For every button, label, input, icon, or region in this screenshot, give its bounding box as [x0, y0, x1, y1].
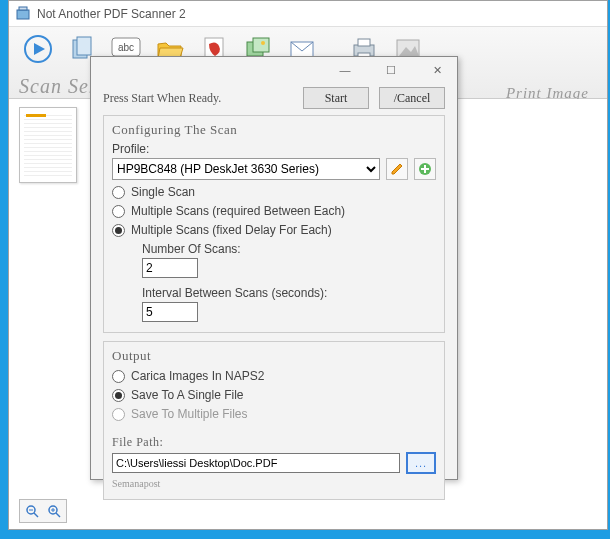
output-group: Output Carica Images In NAPS2 Save To A … — [103, 341, 445, 500]
svg-line-19 — [34, 513, 38, 517]
profile-label: Profile: — [112, 142, 436, 156]
zoom-out-button[interactable] — [22, 502, 42, 520]
scan-button[interactable] — [17, 31, 59, 65]
add-profile-button[interactable] — [414, 158, 436, 180]
save-multi-radio[interactable]: Save To Multiple Files — [112, 407, 436, 421]
svg-rect-0 — [17, 10, 29, 19]
radio-icon — [112, 408, 125, 421]
svg-rect-1 — [19, 7, 27, 10]
svg-marker-3 — [34, 43, 45, 55]
page-thumbnail[interactable] — [19, 107, 77, 183]
instruction-text: Press Start When Ready. — [103, 91, 293, 106]
multi-fixed-label: Multiple Scans (fixed Delay For Each) — [131, 223, 332, 237]
carica-radio[interactable]: Carica Images In NAPS2 — [112, 369, 436, 383]
svg-rect-14 — [358, 39, 370, 46]
radio-icon — [112, 370, 125, 383]
zoom-in-button[interactable] — [44, 502, 64, 520]
svg-rect-10 — [253, 38, 269, 52]
serial-scan-dialog: — ☐ ✕ Press Start When Ready. Start /Can… — [90, 56, 458, 480]
radio-icon — [112, 186, 125, 199]
save-single-radio[interactable]: Save To A Single File — [112, 388, 436, 402]
interval-input[interactable] — [142, 302, 198, 322]
radio-icon — [112, 389, 125, 402]
radio-icon — [112, 205, 125, 218]
num-scans-label: Number Of Scans: — [142, 242, 436, 256]
maximize-button[interactable]: ☐ — [377, 61, 405, 79]
multi-required-radio[interactable]: Multiple Scans (required Between Each) — [112, 204, 436, 218]
multi-fixed-radio[interactable]: Multiple Scans (fixed Delay For Each) — [112, 223, 436, 237]
app-icon — [15, 6, 31, 22]
interval-label: Interval Between Scans (seconds): — [142, 286, 436, 300]
footnote: Semanapost — [112, 478, 436, 489]
radio-icon — [112, 224, 125, 237]
edit-profile-button[interactable] — [386, 158, 408, 180]
save-multi-label: Save To Multiple Files — [131, 407, 248, 421]
svg-line-22 — [56, 513, 60, 517]
file-path-label: File Path: — [112, 435, 163, 449]
titlebar: Not Another PDF Scanner 2 — [9, 1, 607, 27]
minimize-button[interactable]: — — [331, 61, 359, 79]
cancel-button[interactable]: /Cancel — [379, 87, 445, 109]
close-button[interactable]: ✕ — [423, 61, 451, 79]
svg-text:abc: abc — [118, 42, 134, 53]
config-title: Configuring The Scan — [112, 122, 436, 138]
start-button[interactable]: Start — [303, 87, 369, 109]
carica-label: Carica Images In NAPS2 — [131, 369, 264, 383]
profile-select[interactable]: HP9BC848 (HP DeskJet 3630 Series) — [112, 158, 380, 180]
output-title: Output — [112, 348, 436, 364]
svg-point-11 — [261, 41, 265, 45]
config-group: Configuring The Scan Profile: HP9BC848 (… — [103, 115, 445, 333]
thumbnail-panel — [19, 107, 89, 183]
single-scan-label: Single Scan — [131, 185, 195, 199]
app-title: Not Another PDF Scanner 2 — [37, 7, 186, 21]
browse-button[interactable]: ... — [406, 452, 436, 474]
save-single-label: Save To A Single File — [131, 388, 244, 402]
num-scans-input[interactable] — [142, 258, 198, 278]
single-scan-radio[interactable]: Single Scan — [112, 185, 436, 199]
multi-required-label: Multiple Scans (required Between Each) — [131, 204, 345, 218]
play-icon — [22, 33, 54, 65]
svg-rect-5 — [77, 37, 91, 55]
file-path-input[interactable] — [112, 453, 400, 473]
dialog-titlebar: — ☐ ✕ — [91, 57, 457, 83]
zoom-bar — [19, 499, 67, 523]
